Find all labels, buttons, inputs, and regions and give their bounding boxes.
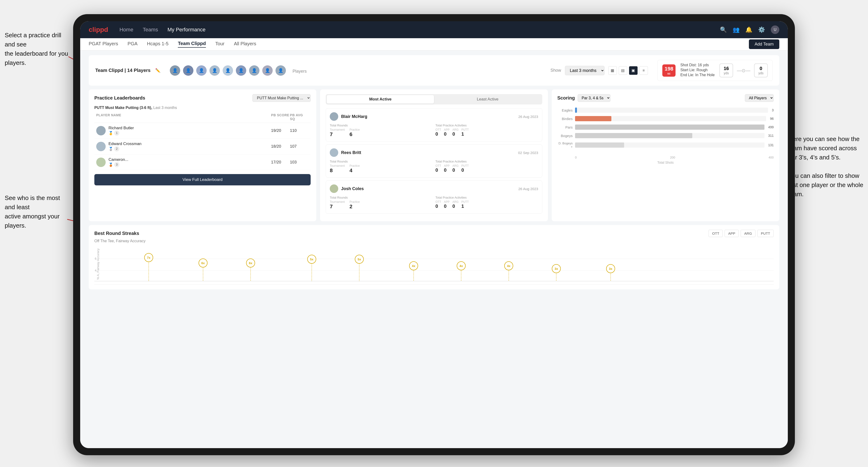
bar-dbogeys: D. Bogeys + 131 — [557, 142, 774, 149]
scoring-all-players-select[interactable]: All Players — [745, 94, 774, 102]
lb-row-1: Richard Butler 🥇 1 19/20 110 — [94, 123, 311, 139]
subnav-pgat[interactable]: PGAT Players — [89, 41, 118, 48]
subnav-hcaps[interactable]: Hcaps 1-5 — [147, 41, 168, 48]
tournament-sublabel-1: Tournament — [330, 128, 345, 131]
scoring-panel: Scoring Par 3, 4 & 5s All Players Eagles — [552, 89, 779, 221]
tournament-col-1: Tournament 7 — [330, 128, 345, 137]
svg-text:5x: 5x — [358, 257, 361, 261]
activity-avatar-3 — [330, 184, 338, 193]
card-view-icon[interactable]: ▣ — [629, 66, 638, 75]
lb-col-score: PB SCORE — [271, 113, 290, 121]
streaks-subtitle: Off The Tee, Fairway Accuracy — [94, 239, 774, 243]
yds-connector: —⊙— — [737, 68, 750, 73]
scoring-header: Scoring Par 3, 4 & 5s All Players — [557, 94, 774, 102]
annotation-bottom-left: See who is the most and leastactive amon… — [5, 193, 71, 230]
navbar: clippd Home Teams My Performance 🔍 👥 🔔 ⚙… — [80, 21, 788, 38]
bell-icon[interactable]: 🔔 — [745, 26, 752, 33]
settings-icon[interactable]: ⚙️ — [758, 26, 765, 33]
svg-text:6x: 6x — [249, 261, 252, 265]
streaks-panel: Best Round Streaks OTT APP ARG PUTT Off … — [89, 225, 779, 289]
lb-rank-badge-2: 2 — [114, 146, 119, 151]
bar-label-bogeys: Bogeys — [557, 134, 573, 138]
nav-link-home[interactable]: Home — [119, 27, 133, 33]
nav-link-teams[interactable]: Teams — [143, 27, 158, 33]
activity-date-1: 26 Aug 2023 — [518, 115, 538, 119]
bar-fill-dbogeys — [575, 143, 624, 148]
activity-player-name-2: Rees Britt — [341, 150, 515, 155]
subnav-all-players[interactable]: All Players — [234, 41, 256, 48]
scoring-filter-select[interactable]: Par 3, 4 & 5s — [578, 94, 611, 102]
putt-col-1: PUTT 1 — [461, 128, 469, 137]
axis-200: 200 — [577, 156, 769, 159]
practice-val-1: 6 — [349, 131, 360, 137]
activity-card-1-header: Blair McHarg 26 Aug 2023 — [330, 112, 538, 121]
bar-fill-birdies — [575, 116, 611, 121]
team-edit-icon[interactable]: ✏️ — [155, 68, 160, 73]
show-filter: Show Last 3 months ▦ ▤ ▣ ≡ — [551, 66, 648, 75]
tablet-screen: clippd Home Teams My Performance 🔍 👥 🔔 ⚙… — [80, 21, 788, 448]
streaks-btn-ott[interactable]: OTT — [709, 230, 723, 237]
bar-fill-pars — [575, 125, 765, 130]
practice-leaderboards-panel: Practice Leaderboards PUTT Must Make Put… — [89, 89, 316, 221]
list-view-icon[interactable]: ▤ — [619, 66, 627, 75]
bar-fill-bogeys — [575, 133, 692, 138]
svg-text:4x: 4x — [507, 264, 511, 268]
subnav-pga[interactable]: PGA — [128, 41, 137, 48]
streaks-btn-arg[interactable]: ARG — [741, 230, 755, 237]
player-avatars: 👤 👤 👤 👤 👤 👤 👤 👤 👤 — [170, 65, 286, 76]
shot-yds: 16 yds —⊙— 0 yds — [719, 63, 768, 77]
annotation-right: Here you can see how theteam have scored… — [788, 134, 863, 199]
activity-panel: Most Active Least Active Blair McHarg 26… — [320, 89, 548, 221]
lb-name-1: Richard Butler 🥇 1 — [108, 126, 134, 135]
show-select[interactable]: Last 3 months — [565, 66, 604, 75]
activity-practice-activities-3: Total Practice Activities OTT0 APP0 ARG0… — [435, 196, 538, 210]
lb-row-2: Edward Crossman 🥈 2 18/20 107 — [94, 139, 311, 154]
drill-select[interactable]: PUTT Must Make Putting ... — [252, 94, 311, 102]
subnav-tour[interactable]: Tour — [215, 41, 224, 48]
player-avatar: 👤 — [183, 65, 193, 76]
search-icon[interactable]: 🔍 — [720, 26, 727, 33]
table-view-icon[interactable]: ≡ — [640, 66, 648, 75]
lb-table-header: PLAYER NAME PB SCORE PB AVG SQ — [94, 113, 311, 123]
bar-bogeys: Bogeys 311 — [557, 133, 774, 138]
bar-fill-eagles — [575, 107, 577, 113]
activity-player-name-1: Blair McHarg — [341, 114, 516, 119]
player-avatar: 👤 — [196, 65, 207, 76]
activity-practice-activities-2: Total Practice Activities OTT0 APP0 ARG0… — [435, 160, 538, 174]
lb-score-1: 19/20 — [271, 128, 290, 133]
streaks-chart-area: 7x 6x 6x 5x 5x 4x 4x — [94, 247, 774, 285]
lb-score-3: 17/20 — [271, 160, 290, 165]
streaks-btn-putt[interactable]: PUTT — [757, 230, 774, 237]
bar-label-dbogeys: D. Bogeys + — [557, 142, 573, 149]
view-full-leaderboard-button[interactable]: View Full Leaderboard — [94, 174, 311, 185]
activity-tab-most-active[interactable]: Most Active — [327, 95, 434, 103]
activity-practice-activities-1: Total Practice Activities OTT 0 APP 0 — [435, 124, 538, 137]
shot-badge-number: 198 — [665, 66, 673, 72]
lb-medal-1: 🥇 — [108, 131, 113, 135]
lb-player-1: Richard Butler 🥇 1 — [96, 126, 271, 135]
activity-tab-least-active[interactable]: Least Active — [434, 95, 541, 103]
activity-player-name-3: Josh Coles — [341, 186, 516, 191]
user-avatar[interactable]: U — [771, 26, 779, 34]
streaks-btn-app[interactable]: APP — [724, 230, 739, 237]
nav-link-performance[interactable]: My Performance — [167, 27, 206, 33]
bar-container-pars — [575, 125, 765, 130]
main-content: Team Clippd | 14 Players ✏️ 👤 👤 👤 👤 👤 👤 … — [80, 51, 788, 448]
activity-card-2-header: Rees Britt 02 Sep 2023 — [330, 148, 538, 157]
streaks-svg: 7x 6x 6x 5x 5x 4x 4x — [94, 247, 774, 285]
activity-card-2: Rees Britt 02 Sep 2023 Total Rounds Tour… — [326, 144, 542, 178]
grid-view-icon[interactable]: ▦ — [608, 66, 617, 75]
player-avatar: 👤 — [262, 65, 273, 76]
ott-col-1: OTT 0 — [435, 128, 441, 137]
practice-sublabel-1: Practice — [349, 128, 360, 131]
lb-player-name-1: Richard Butler — [108, 126, 134, 130]
tournament-val-1: 7 — [330, 131, 345, 137]
player-avatar: 👤 — [170, 65, 180, 76]
leaderboard-panel-title: Practice Leaderboards — [94, 95, 145, 101]
lb-name-2: Edward Crossman 🥈 2 — [108, 142, 142, 151]
lb-avatar-3 — [96, 158, 106, 167]
scoring-bar-chart: Eagles 3 Birdies 96 — [557, 106, 774, 154]
add-team-button[interactable]: Add Team — [749, 39, 779, 49]
people-icon[interactable]: 👥 — [733, 26, 740, 33]
subnav-team-clippd[interactable]: Team Clippd — [178, 41, 206, 48]
